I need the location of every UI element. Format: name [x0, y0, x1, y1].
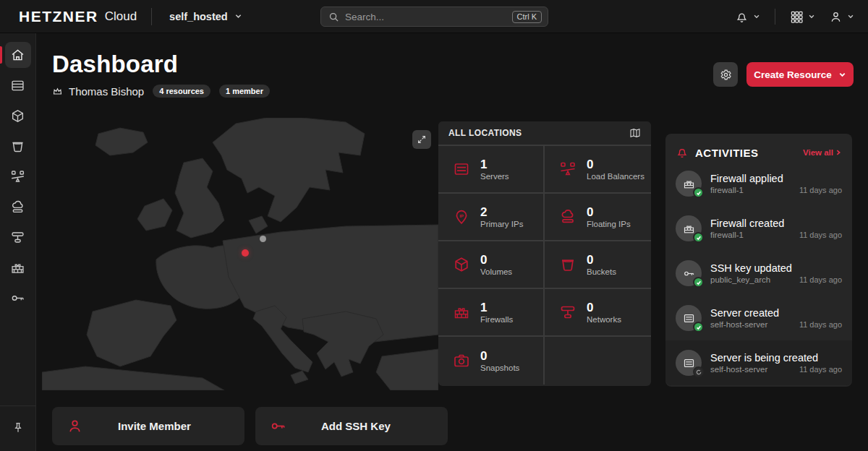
- firewall-icon: [10, 260, 25, 275]
- firewall-icon: [683, 223, 695, 235]
- notifications-menu[interactable]: [731, 7, 764, 27]
- stat-empty-cell: [545, 337, 651, 385]
- sidebar-item-dashboard[interactable]: [5, 42, 31, 68]
- snapshot-camera-icon: [453, 352, 470, 369]
- status-pending-badge: [693, 366, 704, 377]
- active-location-dot[interactable]: [242, 249, 249, 257]
- check-icon: [696, 280, 702, 285]
- sidebar-item-load-balancers[interactable]: [5, 163, 31, 189]
- activity-text: Server created self-host-server 11 days …: [710, 307, 842, 329]
- map-expand-button[interactable]: [412, 130, 431, 149]
- stat-label: Primary IPs: [480, 220, 523, 228]
- add-ssh-key-button[interactable]: Add SSH Key: [255, 407, 448, 445]
- status-success-badge: [693, 232, 704, 243]
- stat-value: 0: [587, 301, 621, 315]
- view-all-link[interactable]: View all: [803, 148, 842, 157]
- project-owner-row: Thomas Bishop 4 resources 1 member: [52, 85, 270, 98]
- europe-map-graphic: [42, 118, 438, 390]
- person-icon: [67, 418, 83, 434]
- stat-value: 1: [480, 158, 509, 172]
- apps-grid-icon: [790, 10, 804, 24]
- activity-item[interactable]: Server created self-host-server 11 days …: [676, 296, 842, 340]
- sidebar-item-buckets[interactable]: [5, 133, 31, 159]
- location-dot[interactable]: [260, 236, 266, 242]
- activity-avatar: [676, 350, 702, 376]
- activity-item[interactable]: Firewall created firewall-1 11 days ago: [676, 206, 842, 251]
- resources-badge: 4 resources: [153, 85, 210, 98]
- server-icon: [10, 78, 25, 93]
- server-icon: [683, 312, 695, 325]
- create-resource-button[interactable]: Create Resource: [746, 62, 854, 87]
- chevron-down-icon: [753, 13, 760, 20]
- search-input[interactable]: [345, 12, 506, 22]
- invite-member-button[interactable]: Invite Member: [52, 407, 244, 445]
- topbar: HETZNER Cloud self_hosted Ctrl K: [0, 0, 868, 33]
- activity-resource: self-host-server: [710, 320, 767, 329]
- floating-ip-icon: [10, 199, 25, 215]
- activity-time: 11 days ago: [799, 231, 842, 239]
- create-resource-label: Create Resource: [754, 69, 831, 80]
- spinner-icon: [696, 369, 702, 375]
- volume-cube-icon: [10, 108, 25, 124]
- activity-item[interactable]: Firewall applied firewall-1 11 days ago: [676, 161, 842, 206]
- activity-item[interactable]: SSH key updated public_key_arch 11 days …: [676, 251, 842, 296]
- activity-title: Server is being created: [710, 352, 842, 364]
- home-icon: [10, 48, 25, 63]
- stat-load-balancers[interactable]: 0 Load Balancers: [545, 146, 651, 194]
- stat-label: Servers: [480, 172, 509, 181]
- project-switcher[interactable]: self_hosted: [169, 11, 242, 22]
- invite-member-label: Invite Member: [118, 420, 191, 432]
- status-success-badge: [693, 277, 704, 288]
- search-shortcut-badge: Ctrl K: [512, 11, 542, 23]
- sidebar-item-servers[interactable]: [5, 72, 31, 98]
- bucket-icon: [559, 256, 576, 273]
- activity-time: 11 days ago: [799, 275, 842, 284]
- search-bar[interactable]: Ctrl K: [320, 7, 548, 27]
- stat-snapshots[interactable]: 0 Snapshots: [438, 337, 545, 385]
- activity-text: Firewall created firewall-1 11 days ago: [710, 218, 842, 239]
- sidebar-footer: [0, 405, 36, 451]
- sidebar-item-floating-ips[interactable]: [5, 194, 31, 220]
- stat-volumes[interactable]: 0 Volumes: [438, 241, 545, 289]
- all-locations-title: ALL LOCATIONS: [448, 128, 522, 138]
- bell-icon: [735, 10, 749, 24]
- members-badge: 1 member: [219, 85, 270, 98]
- apps-menu[interactable]: [786, 7, 819, 27]
- page-title: Dashboard: [52, 51, 178, 78]
- stat-value: 1: [480, 301, 513, 315]
- stat-primary-ips[interactable]: IP 2 Primary IPs: [438, 194, 545, 241]
- activity-title: Server created: [710, 307, 842, 319]
- stat-firewalls[interactable]: 1 Firewalls: [438, 289, 545, 337]
- dashboard-settings-button[interactable]: [713, 62, 738, 87]
- stat-label: Buckets: [587, 267, 616, 276]
- stat-buckets[interactable]: 0 Buckets: [545, 241, 651, 289]
- stat-servers[interactable]: 1 Servers: [438, 146, 545, 194]
- user-menu[interactable]: [825, 7, 858, 27]
- activity-item[interactable]: Server is being created self-host-server…: [665, 340, 852, 385]
- activity-time: 11 days ago: [799, 365, 842, 374]
- sidebar-item-ssh-keys[interactable]: [5, 285, 31, 311]
- floating-ip-icon: [559, 208, 576, 226]
- project-name: self_hosted: [169, 11, 228, 22]
- resource-stats-grid: 1 Servers 0 Load Balancers IP 2 Primary …: [438, 146, 651, 385]
- activity-time: 11 days ago: [799, 186, 842, 194]
- all-locations-header[interactable]: ALL LOCATIONS: [438, 121, 651, 146]
- activity-time: 11 days ago: [799, 320, 842, 329]
- primary-ip-icon: IP: [453, 208, 470, 226]
- pin-sidebar-button[interactable]: [5, 415, 31, 441]
- view-all-label: View all: [803, 148, 833, 157]
- hetzner-logo: HETZNER: [19, 8, 98, 25]
- stat-value: 0: [587, 253, 616, 267]
- stat-floating-ips[interactable]: 0 Floating IPs: [545, 194, 651, 241]
- activity-resource: firewall-1: [710, 186, 744, 194]
- check-icon: [696, 325, 702, 330]
- search-icon: [328, 12, 339, 22]
- load-balancer-icon: [559, 160, 576, 178]
- sidebar-item-volumes[interactable]: [5, 103, 31, 129]
- load-balancer-icon: [10, 169, 25, 184]
- sidebar-item-firewalls[interactable]: [5, 254, 31, 280]
- stat-networks[interactable]: 0 Networks: [545, 289, 651, 337]
- locations-map[interactable]: [42, 118, 438, 390]
- sidebar-item-networks[interactable]: [5, 224, 31, 250]
- chevron-down-icon: [808, 13, 815, 20]
